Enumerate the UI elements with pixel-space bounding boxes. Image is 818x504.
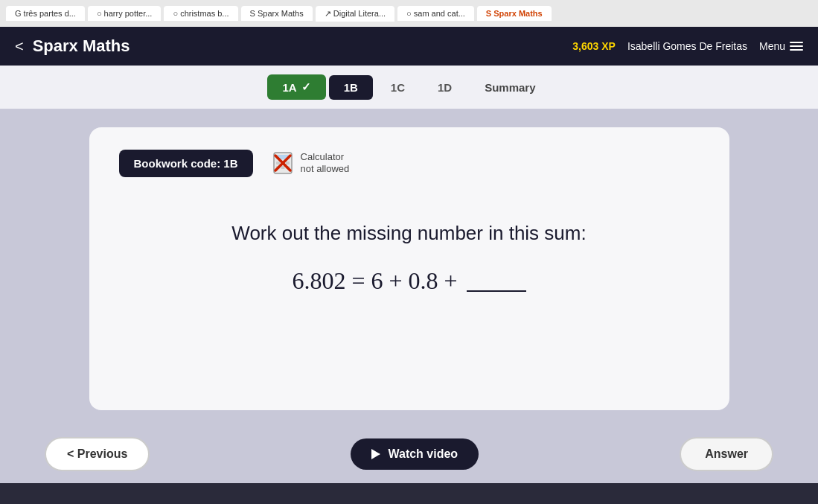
tab-1a-label: 1A [282, 81, 296, 94]
play-icon [371, 449, 380, 459]
browser-tab-7[interactable]: S Sparx Maths [477, 6, 552, 21]
calculator-not-allowed: not allowed [301, 163, 350, 175]
browser-tabs: G três partes d... ○ harry potter... ○ c… [6, 6, 552, 22]
menu-label: Menu [759, 40, 785, 52]
user-name: Isabelli Gomes De Freitas [627, 40, 747, 52]
app-container: < Sparx Maths 3,603 XP Isabelli Gomes De… [0, 27, 818, 504]
svg-rect-4 [286, 162, 290, 165]
browser-tab-3[interactable]: ○ christmas b... [164, 6, 237, 21]
question-card: Bookwork code: 1B [89, 127, 729, 410]
tab-summary-label: Summary [485, 81, 535, 94]
browser-chrome: G três partes d... ○ harry potter... ○ c… [0, 0, 818, 27]
menu-button[interactable]: Menu [759, 40, 803, 52]
answer-button[interactable]: Answer [680, 437, 773, 471]
bookwork-bar: Bookwork code: 1B [119, 150, 700, 177]
tab-1b[interactable]: 1B [329, 75, 373, 100]
tab-1a[interactable]: 1A ✓ [267, 74, 325, 100]
app-header: < Sparx Maths 3,603 XP Isabelli Gomes De… [0, 27, 818, 66]
answer-label: Answer [705, 447, 748, 460]
svg-rect-6 [281, 166, 284, 169]
content-area: Bookwork code: 1B [0, 109, 818, 428]
math-blank [467, 290, 526, 292]
calculator-text: Calculator not allowed [301, 151, 350, 174]
bottom-bar: < Previous Watch video Answer [0, 428, 818, 483]
app-title: Sparx Maths [33, 36, 573, 56]
menu-icon [790, 42, 803, 51]
back-arrow-icon[interactable]: < [15, 38, 24, 55]
task-tab-bar: 1A ✓ 1B 1C 1D Summary [0, 66, 818, 109]
tab-1c-label: 1C [391, 81, 405, 94]
math-left: 6.802 [292, 267, 345, 294]
tab-1d[interactable]: 1D [423, 75, 467, 100]
tab-1b-label: 1B [344, 81, 358, 94]
browser-tab-4[interactable]: S Sparx Maths [241, 6, 313, 21]
tab-1d-label: 1D [438, 81, 452, 94]
watch-video-button[interactable]: Watch video [351, 438, 479, 470]
xp-badge: 3,603 XP [572, 40, 616, 52]
calculator-status: Calculator not allowed [271, 151, 350, 175]
bookwork-code: Bookwork code: 1B [119, 150, 253, 177]
watch-video-label: Watch video [388, 447, 458, 461]
previous-button[interactable]: < Previous [45, 437, 150, 471]
math-right: 6 + 0.8 + [371, 267, 457, 294]
previous-label: < Previous [67, 447, 127, 461]
checkmark-icon: ✓ [301, 80, 311, 94]
tab-summary[interactable]: Summary [470, 75, 550, 100]
browser-tab-1[interactable]: G três partes d... [6, 6, 85, 21]
math-expression: 6.802 = 6 + 0.8 + [119, 267, 700, 295]
browser-tab-2[interactable]: ○ harry potter... [88, 6, 162, 21]
browser-tab-5[interactable]: ↗ Digital Litera... [316, 6, 394, 22]
question-text: Work out the missing number in this sum: [119, 222, 700, 245]
bottom-overlay [0, 483, 818, 504]
calculator-label: Calculator [301, 151, 350, 163]
tab-1c[interactable]: 1C [376, 75, 420, 100]
calculator-icon [271, 151, 295, 175]
math-equals: = [351, 267, 371, 294]
svg-rect-2 [276, 162, 280, 165]
header-right: 3,603 XP Isabelli Gomes De Freitas Menu [572, 40, 803, 52]
browser-tab-6[interactable]: ○ sam and cat... [397, 6, 474, 21]
